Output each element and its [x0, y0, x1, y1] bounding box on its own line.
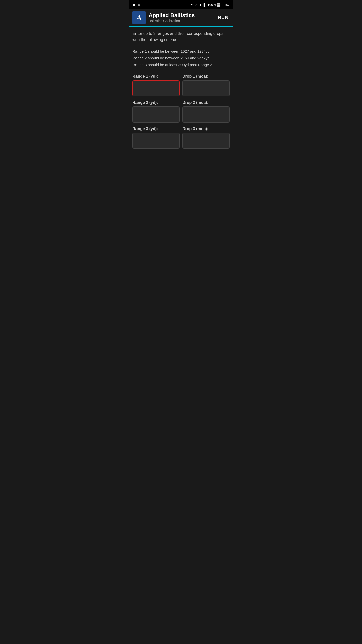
image-icon: ▣	[132, 3, 135, 7]
signal-icon: ▋	[204, 3, 206, 7]
app-subtitle: Ballistics Calibration	[149, 19, 195, 23]
main-content: Enter up to 3 ranges and their correspon…	[129, 27, 233, 153]
range-criteria: Range 1 should be between 1027 and 1234y…	[132, 48, 230, 68]
drop3-input[interactable]	[182, 133, 230, 149]
run-button[interactable]: RUN	[217, 13, 230, 22]
drop1-group: Drop 1 (moa):	[182, 74, 230, 96]
range3-input[interactable]	[132, 133, 180, 149]
app-bar: A Applied Ballistics Ballistics Calibrat…	[129, 9, 233, 27]
drop2-label: Drop 2 (moa):	[182, 100, 230, 105]
form-row-2: Range 2 (yd): Drop 2 (moa):	[132, 100, 230, 123]
drop1-label: Drop 1 (moa):	[182, 74, 230, 79]
battery-icon: ▓	[217, 3, 220, 7]
range1-input[interactable]	[132, 80, 180, 96]
range2-group: Range 2 (yd):	[132, 100, 180, 123]
range1-group: Range 1 (yd):	[132, 74, 180, 96]
clock: 17:57	[221, 3, 230, 7]
bluetooth-icon: ✦	[190, 3, 193, 7]
app-title-group: Applied Ballistics Ballistics Calibratio…	[149, 12, 195, 23]
app-title: Applied Ballistics	[149, 12, 195, 19]
range1-label: Range 1 (yd):	[132, 74, 180, 79]
drop3-group: Drop 3 (moa):	[182, 127, 230, 149]
wifi-icon: ▲	[199, 3, 202, 7]
form-row-3: Range 3 (yd): Drop 3 (moa):	[132, 127, 230, 149]
criteria-line-1: Range 1 should be between 1027 and 1234y…	[132, 48, 230, 55]
drop2-group: Drop 2 (moa):	[182, 100, 230, 123]
app-bar-left: A Applied Ballistics Ballistics Calibrat…	[132, 11, 195, 24]
form-grid: Range 1 (yd): Drop 1 (moa): Range 2 (yd)…	[132, 74, 230, 149]
logo-letter: A	[137, 13, 142, 22]
envelope-icon: ✉	[138, 3, 140, 7]
status-left-icons: ▣ ✉	[132, 3, 140, 7]
criteria-line-3: Range 3 should be at least 300yd past Ra…	[132, 61, 230, 68]
range2-label: Range 2 (yd):	[132, 100, 180, 105]
instructions-text: Enter up to 3 ranges and their correspon…	[132, 31, 230, 43]
status-right-icons: ✦ ⇄ ▲ ▋ 100% ▓ 17:57	[190, 3, 230, 7]
range3-group: Range 3 (yd):	[132, 127, 180, 149]
drop1-input[interactable]	[182, 80, 230, 96]
criteria-line-2: Range 2 should be between 2164 and 2442y…	[132, 55, 230, 61]
drop2-input[interactable]	[182, 106, 230, 123]
drop3-label: Drop 3 (moa):	[182, 127, 230, 131]
battery-percentage: 100%	[208, 3, 216, 7]
wifi-extra-icon: ⇄	[195, 3, 197, 7]
form-row-1: Range 1 (yd): Drop 1 (moa):	[132, 74, 230, 96]
range2-input[interactable]	[132, 106, 180, 123]
status-bar: ▣ ✉ ✦ ⇄ ▲ ▋ 100% ▓ 17:57	[129, 0, 233, 9]
app-logo: A	[132, 11, 146, 24]
range3-label: Range 3 (yd):	[132, 127, 180, 131]
